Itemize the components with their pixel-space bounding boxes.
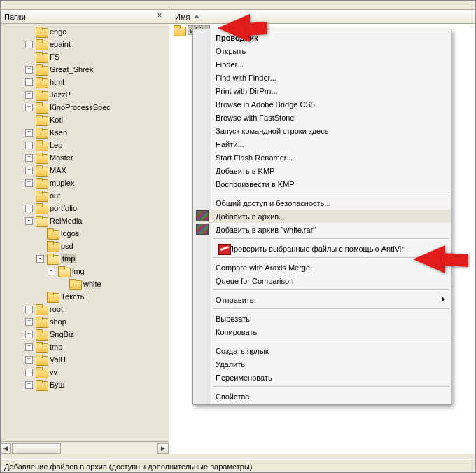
expand-icon[interactable]: + [25, 179, 33, 187]
tree-item-label[interactable]: root [50, 305, 63, 313]
tree-item-label[interactable]: tmp [50, 343, 62, 351]
tree-row[interactable]: +logos [0, 227, 169, 240]
tree-row[interactable]: +Great_Shrek [0, 63, 169, 76]
expand-icon[interactable]: + [25, 356, 33, 364]
tree-item-label[interactable]: vv [50, 368, 57, 376]
collapse-icon[interactable]: - [36, 255, 44, 263]
tree-item-label[interactable]: logos [61, 229, 79, 238]
tree-row[interactable]: +html [0, 76, 169, 88]
tree-item-label[interactable]: shop [50, 317, 66, 326]
menu-item[interactable]: Найти... [193, 137, 451, 151]
menu-item[interactable]: Start Flash Renamer... [193, 151, 451, 164]
close-icon[interactable]: × [155, 11, 164, 21]
tree-row[interactable]: +white [0, 277, 169, 290]
tree-item-label[interactable]: html [50, 78, 64, 86]
expand-icon[interactable]: + [25, 104, 33, 111]
tree-item-label[interactable]: JazzP [50, 90, 71, 99]
collapse-icon[interactable]: - [48, 268, 55, 275]
scroll-left-icon[interactable]: ◄ [0, 443, 11, 454]
tree-row[interactable]: +JazzP [0, 88, 169, 101]
expand-icon[interactable]: + [25, 78, 33, 86]
tree-item-label[interactable]: epaint [50, 40, 71, 48]
menu-item[interactable]: Открыть [193, 44, 451, 57]
menu-item[interactable]: Создать ярлык [193, 344, 451, 357]
context-menu[interactable]: ПроводникОткрытьFinder...Find with Finde… [192, 29, 451, 405]
horizontal-scrollbar[interactable]: ◄ ► [0, 441, 169, 454]
tree-item-label[interactable]: portfolio [50, 204, 77, 212]
menu-item[interactable]: Print with DirPrn... [193, 84, 451, 97]
expand-icon[interactable]: + [25, 343, 33, 351]
tree-row[interactable]: +vv [0, 366, 169, 378]
menu-item[interactable]: Compare with Araxis Merge [193, 261, 451, 274]
tree-item-label[interactable]: img [72, 267, 85, 275]
tree-item-label[interactable]: ValU [50, 355, 66, 364]
tree-row[interactable]: -img [0, 265, 169, 277]
tree-row[interactable]: +SngBiz [0, 328, 169, 341]
menu-item[interactable]: Запуск командной строки здесь [193, 124, 451, 137]
column-header-name[interactable]: Имя [175, 13, 190, 21]
tree-row[interactable]: +psd [0, 240, 169, 252]
menu-item[interactable]: Переименовать [193, 371, 451, 384]
tree-item-label[interactable]: muplex [50, 179, 74, 187]
tree-row[interactable]: +shop [0, 315, 169, 328]
expand-icon[interactable]: + [25, 381, 33, 389]
tree-row[interactable]: +ValU [0, 353, 169, 366]
tree-row[interactable]: +epaint [0, 38, 169, 50]
tree-item-label[interactable]: Буш [50, 381, 64, 389]
tree-item-label[interactable]: Ksen [50, 128, 67, 137]
menu-item[interactable]: Добавить в архив... [193, 210, 451, 223]
scroll-thumb[interactable] [12, 443, 61, 454]
folder-tree[interactable]: +engo+epaint+FS+Great_Shrek+html+JazzP+K… [0, 24, 169, 441]
tree-item-label[interactable]: RelMedia [50, 217, 82, 225]
expand-icon[interactable]: + [25, 167, 33, 174]
tree-row[interactable]: +root [0, 303, 169, 315]
tree-item-label[interactable]: MAX [50, 166, 66, 174]
collapse-icon[interactable]: - [25, 217, 33, 225]
menu-item[interactable]: Свойства [193, 390, 451, 403]
tree-item-label[interactable]: FS [50, 53, 59, 61]
tree-item-label[interactable]: Тексты [61, 292, 86, 301]
tree-item-label[interactable]: Master [50, 153, 74, 162]
tree-row[interactable]: +Kotl [0, 114, 169, 126]
tree-row[interactable]: +KinoProcessSpec [0, 101, 169, 114]
tree-row[interactable]: +muplex [0, 177, 169, 189]
tree-row[interactable]: +Leo [0, 139, 169, 151]
tree-item-label[interactable]: white [83, 280, 102, 288]
expand-icon[interactable]: + [25, 369, 33, 376]
expand-icon[interactable]: + [25, 66, 33, 74]
menu-item[interactable]: Общий доступ и безопасность... [193, 196, 451, 210]
tree-item-label[interactable]: tmp [61, 254, 76, 263]
tree-item-label[interactable]: Kotl [50, 116, 63, 124]
expand-icon[interactable]: + [25, 318, 33, 326]
expand-icon[interactable]: + [25, 142, 33, 149]
tree-row[interactable]: +out [0, 189, 169, 202]
tree-item-label[interactable]: SngBiz [50, 330, 74, 338]
expand-icon[interactable]: + [25, 129, 33, 137]
tree-item-label[interactable]: psd [61, 242, 74, 250]
menu-item[interactable]: Проверить выбранные файлы с помощью Anti… [193, 242, 451, 255]
column-header[interactable]: Имя [169, 10, 476, 24]
tree-row[interactable]: +Тексты [0, 290, 169, 303]
tree-row[interactable]: +tmp [0, 341, 169, 353]
tree-row[interactable]: +Master [0, 151, 169, 164]
menu-item[interactable]: Копировать [193, 325, 451, 338]
menu-item[interactable]: Browse with FastStone [193, 111, 451, 124]
tree-row[interactable]: +MAX [0, 164, 169, 177]
tree-item-label[interactable]: out [50, 191, 60, 200]
menu-item[interactable]: Воспроизвести в KMP [193, 177, 451, 191]
tree-item-label[interactable]: Leo [50, 141, 62, 149]
expand-icon[interactable]: + [25, 205, 33, 212]
menu-item[interactable]: Отправить [193, 293, 451, 306]
expand-icon[interactable]: + [25, 41, 33, 48]
menu-item[interactable]: Добавить в архив "white.rar" [193, 223, 451, 236]
tree-item-label[interactable]: Great_Shrek [50, 65, 93, 74]
tree-row[interactable]: +Ksen [0, 126, 169, 139]
expand-icon[interactable]: + [25, 91, 33, 99]
tree-item-label[interactable]: KinoProcessSpec [50, 103, 111, 111]
menu-item[interactable]: Вырезать [193, 312, 451, 325]
tree-item-label[interactable]: engo [50, 27, 66, 36]
tree-row[interactable]: +FS [0, 50, 169, 63]
expand-icon[interactable]: + [25, 331, 33, 338]
scroll-track[interactable] [11, 443, 158, 454]
menu-item[interactable]: Finder... [193, 57, 451, 71]
